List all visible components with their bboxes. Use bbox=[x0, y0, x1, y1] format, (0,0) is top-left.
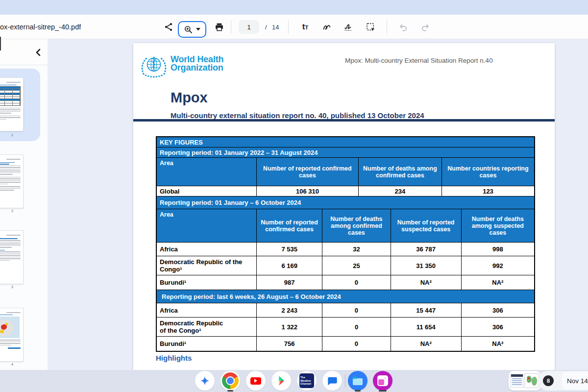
date-display[interactable]: Nov 14 bbox=[562, 372, 588, 390]
shelf: The Weather Channel ✦ 8 Nov 14 bbox=[0, 370, 588, 392]
signature-annotation-button[interactable] bbox=[343, 21, 354, 33]
text-tool-icon: tT bbox=[302, 22, 308, 32]
column-header: Number of reported confirmed cases bbox=[257, 209, 322, 242]
youtube-icon bbox=[250, 377, 261, 385]
table-row: Democratic Republic of the Congo¹ 6 169 … bbox=[157, 256, 534, 275]
select-area-button[interactable] bbox=[365, 21, 376, 33]
thumbnail-page-number: 3 bbox=[0, 285, 24, 289]
caret-down-icon bbox=[196, 28, 200, 31]
toolbar-divider bbox=[231, 20, 231, 34]
thumbnail-page-number: 1 bbox=[0, 133, 24, 137]
redo-icon bbox=[420, 22, 431, 32]
thumbnail-sidebar: 1 2 3 4 bbox=[0, 39, 48, 370]
document-header-right: Mpox: Multi-country External Situation R… bbox=[345, 57, 541, 64]
title-rule bbox=[133, 119, 555, 122]
page-separator: / bbox=[265, 15, 267, 39]
share-icon bbox=[164, 22, 173, 32]
page-thumbnail-1[interactable] bbox=[0, 77, 24, 131]
running-indicator bbox=[355, 390, 361, 392]
signature-icon bbox=[343, 22, 354, 32]
running-indicator bbox=[227, 390, 233, 392]
select-area-icon bbox=[366, 22, 376, 32]
who-logo-emblem bbox=[139, 54, 169, 79]
app-gallery[interactable]: ✦ bbox=[373, 371, 392, 391]
table-row: Africa 7 535 32 36 787 998 bbox=[157, 243, 534, 256]
document-title: Mpox bbox=[171, 90, 208, 106]
page-number-input[interactable]: 1 bbox=[239, 20, 259, 34]
table-row: Global 106 310 234 123 bbox=[157, 186, 534, 196]
pdf-toolbar: ox-external-sitrep_-40.pdf 1 / 14 tT bbox=[0, 15, 588, 39]
window-preview-thumbnail bbox=[511, 374, 523, 388]
page-thumbnail-2[interactable] bbox=[0, 154, 24, 208]
chevron-left-icon bbox=[35, 49, 42, 56]
draw-annotation-button[interactable] bbox=[321, 21, 333, 33]
shelf-separator bbox=[345, 374, 345, 387]
window-frame-strip bbox=[0, 0, 588, 15]
thumbnail-map bbox=[0, 317, 20, 338]
gallery-icon: ✦ bbox=[377, 375, 388, 386]
undo-icon bbox=[398, 22, 408, 32]
app-files[interactable] bbox=[348, 371, 368, 391]
weather-channel-icon: The Weather Channel bbox=[299, 373, 314, 388]
text-annotation-button[interactable]: tT bbox=[299, 21, 311, 33]
app-gemini[interactable] bbox=[195, 371, 215, 391]
column-header: Number of reported confirmed cases bbox=[257, 158, 359, 186]
table-row: Africa 2 243 0 15 447 306 bbox=[157, 303, 534, 318]
table-title: KEY FIGURES bbox=[157, 137, 534, 147]
table-row: Burundi¹ 987 0 NA² NA² bbox=[157, 275, 534, 290]
key-figures-table: KEY FIGURES Reporting period: 01 January… bbox=[156, 136, 535, 352]
page-thumbnail-4[interactable] bbox=[0, 308, 24, 362]
window-preview-thumbnail bbox=[524, 373, 539, 388]
column-header: Number countries reporting cases bbox=[442, 158, 534, 186]
redo-button[interactable] bbox=[419, 21, 431, 33]
reporting-period-band: Reporting period: last 6 weeks, 26 Augus… bbox=[157, 290, 534, 303]
screen: { "toolbar": { "filename": "ox-external-… bbox=[0, 0, 588, 392]
column-header: Area bbox=[157, 209, 257, 242]
thumbnail-page-number: 4 bbox=[0, 363, 24, 366]
column-header: Number of reported suspected cases bbox=[391, 209, 462, 242]
reporting-period-band: Reporting period: 01 January 2022 – 31 A… bbox=[157, 147, 534, 157]
who-logo-text: World Health Organization bbox=[171, 55, 223, 72]
document-subtitle: Multi-country external situation report … bbox=[171, 111, 424, 120]
app-youtube[interactable] bbox=[246, 371, 266, 391]
chrome-icon bbox=[222, 372, 239, 389]
table-row: Burundi¹ 756 0 NA² NA² bbox=[157, 337, 534, 351]
highlights-heading: Highlights bbox=[156, 354, 192, 362]
app-play-store[interactable] bbox=[271, 371, 291, 391]
page-thumbnail-3[interactable] bbox=[0, 230, 24, 284]
app-messages[interactable] bbox=[322, 371, 342, 391]
reporting-period-band: Reporting period: 01 January – 6 October… bbox=[157, 196, 534, 209]
squiggle-pen-icon bbox=[322, 22, 332, 32]
column-header: Number of deaths among suspected cases bbox=[462, 209, 534, 242]
running-indicator bbox=[379, 390, 387, 392]
magnifier-plus-icon bbox=[184, 25, 193, 34]
collapse-sidebar-button[interactable] bbox=[32, 47, 44, 58]
pdf-viewport[interactable]: World Health Organization Mpox: Multi-co… bbox=[48, 39, 588, 370]
gemini-spark-icon bbox=[199, 375, 210, 386]
undo-button[interactable] bbox=[397, 21, 409, 33]
table-row: Democratic Republic of the Congo¹ 1 322 … bbox=[157, 318, 534, 337]
notification-count-badge: 8 bbox=[543, 375, 554, 386]
messages-icon bbox=[327, 375, 338, 386]
app-weather-channel[interactable]: The Weather Channel bbox=[297, 371, 317, 391]
column-header: Area bbox=[157, 158, 257, 186]
column-header: Number of deaths among confirmed cases bbox=[322, 209, 391, 242]
share-button[interactable] bbox=[163, 21, 174, 33]
toolbar-divider bbox=[288, 20, 289, 34]
window-previews-button[interactable] bbox=[509, 371, 541, 391]
printer-icon bbox=[214, 22, 224, 32]
window-edge-artifact bbox=[0, 37, 1, 50]
print-button[interactable] bbox=[213, 21, 225, 33]
zoom-menu-button[interactable] bbox=[178, 21, 206, 38]
document-filename: ox-external-sitrep_-40.pdf bbox=[0, 15, 81, 39]
play-store-icon bbox=[275, 374, 287, 387]
column-header: Number of deaths among confirmed cases bbox=[359, 158, 442, 186]
toolbar-divider bbox=[387, 20, 387, 34]
sidebar-header bbox=[0, 39, 48, 65]
thumbnail-page-number: 2 bbox=[0, 209, 24, 213]
app-chrome[interactable] bbox=[220, 371, 240, 391]
files-folder-icon bbox=[353, 378, 363, 385]
page-total: 14 bbox=[272, 15, 279, 39]
pdf-page-1: World Health Organization Mpox: Multi-co… bbox=[133, 43, 555, 370]
